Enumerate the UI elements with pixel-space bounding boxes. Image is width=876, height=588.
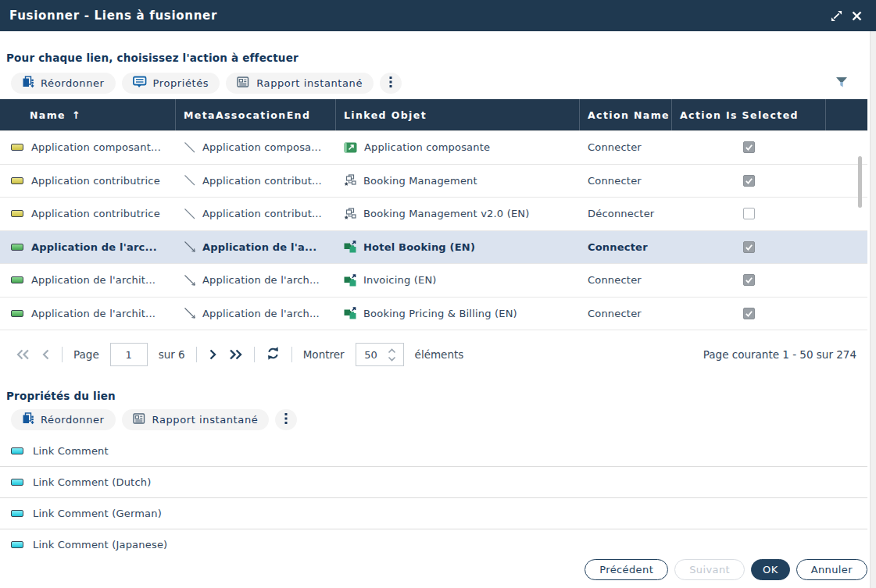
action-selected-checkbox[interactable]	[743, 308, 755, 319]
dialog-scrollbar[interactable]	[870, 31, 876, 588]
table-row[interactable]: Application composant... Application com…	[0, 131, 867, 165]
page-number-input[interactable]	[110, 343, 148, 366]
ok-button[interactable]: OK	[751, 559, 790, 580]
properties-section-heading: Propriétés du lien	[6, 390, 876, 402]
application-system-icon	[344, 208, 356, 220]
application-system-icon	[344, 174, 356, 187]
properties-button[interactable]: Propriétés	[122, 73, 220, 94]
items-label: éléments	[415, 348, 464, 361]
properties-instant-report-button[interactable]: Rapport instantané	[122, 409, 270, 430]
property-name: Link Comment	[33, 445, 109, 457]
pagination-bar: Page sur 6 Montrer	[0, 330, 867, 379]
dialog-footer: Précédent Suivant OK Annuler	[0, 551, 870, 588]
meta-association-end: Application contribut...	[202, 208, 322, 219]
filter-button[interactable]	[835, 77, 848, 91]
table-row[interactable]: Application contributrice Application co…	[0, 198, 867, 231]
previous-page-button	[41, 349, 51, 360]
previous-button[interactable]: Précédent	[585, 559, 668, 580]
linked-object-name: Invoicing (EN)	[363, 274, 437, 286]
application-puzzle-icon	[344, 307, 356, 319]
action-name: Connecter	[588, 175, 642, 187]
sort-asc-icon: ↑	[72, 109, 81, 121]
properties-more-actions-button[interactable]	[275, 409, 297, 430]
property-type-icon	[11, 510, 23, 517]
show-label: Montrer	[303, 348, 345, 361]
link-name: Application contributrice	[31, 175, 160, 187]
links-section-heading: Pour chaque lien, choisissez l'action à …	[6, 52, 876, 64]
column-header-action-is-selected[interactable]: Action Is Selected	[672, 99, 826, 130]
table-row[interactable]: Application de l'arc... Application de l…	[0, 231, 867, 265]
meta-association-end: Application composa...	[202, 141, 321, 153]
column-header-linked-object[interactable]: Linked Objet	[336, 99, 580, 130]
property-list-item[interactable]: Link Comment (Japanese)	[0, 529, 867, 552]
link-name: Application de l'archit...	[31, 274, 156, 286]
page-label: Page	[73, 348, 99, 361]
properties-reorder-button[interactable]: Réordonner	[11, 409, 116, 430]
action-name: Connecter	[588, 241, 648, 253]
column-header-action-name[interactable]: Action Name	[580, 99, 672, 130]
table-row[interactable]: Application de l'archit... Application d…	[0, 298, 867, 331]
filter-icon	[835, 77, 848, 91]
link-properties-list: Link Comment Link Comment (Dutch) Link C…	[0, 436, 876, 552]
instant-report-button[interactable]: Rapport instantané	[226, 73, 374, 94]
next-button: Suivant	[674, 559, 745, 580]
association-arrow-icon	[184, 274, 196, 287]
kebab-icon	[284, 412, 288, 427]
more-actions-button[interactable]	[380, 73, 402, 94]
refresh-icon	[266, 346, 281, 363]
property-list-item[interactable]: Link Comment (German)	[0, 498, 867, 529]
reorder-button[interactable]: Réordonner	[11, 73, 116, 94]
properties-toolbar: Réordonner Rapport instantané	[11, 408, 848, 431]
page-size-stepper[interactable]	[388, 348, 396, 362]
link-type-icon	[11, 177, 23, 184]
table-header-row: Name ↑ MetaAssocationEnd Linked Objet Ac…	[0, 99, 867, 130]
links-toolbar: Réordonner Propriétés	[11, 72, 848, 94]
reorder-icon	[22, 412, 34, 427]
table-row[interactable]: Application de l'archit... Application d…	[0, 264, 867, 298]
column-header-name[interactable]: Name ↑	[0, 99, 176, 130]
meta-association-end: Application contribut...	[202, 175, 322, 187]
refresh-button[interactable]	[266, 346, 281, 363]
links-table: Name ↑ MetaAssocationEnd Linked Objet Ac…	[0, 99, 867, 330]
action-selected-checkbox[interactable]	[743, 141, 755, 153]
table-body: Application composant... Application com…	[0, 130, 867, 330]
dialog-title: Fusionner - Liens à fusionner	[9, 9, 217, 23]
last-page-button[interactable]	[228, 349, 243, 360]
meta-association-end: Application de l'arch...	[202, 274, 320, 286]
report-icon	[237, 76, 250, 91]
action-selected-checkbox[interactable]	[743, 208, 755, 219]
dialog-titlebar: Fusionner - Liens à fusionner	[0, 0, 876, 31]
linked-object-name: Application composante	[364, 141, 490, 153]
table-scrollbar-thumb[interactable]	[858, 156, 862, 208]
column-header-metaassociationend[interactable]: MetaAssocationEnd	[176, 99, 336, 130]
report-icon	[133, 412, 146, 427]
property-name: Link Comment (Dutch)	[33, 476, 151, 488]
action-selected-checkbox[interactable]	[743, 175, 755, 187]
action-name: Déconnecter	[588, 208, 654, 219]
next-page-button[interactable]	[208, 349, 217, 360]
page-range-summary: Page courante 1 - 50 sur 274	[703, 348, 856, 361]
action-selected-checkbox[interactable]	[743, 241, 755, 253]
linked-object-name: Booking Management v2.0 (EN)	[363, 208, 530, 219]
link-name: Application de l'arc...	[31, 241, 157, 253]
close-icon[interactable]	[846, 5, 867, 26]
link-name: Application de l'archit...	[31, 308, 156, 319]
association-line-icon	[184, 141, 196, 154]
cancel-button[interactable]: Annuler	[796, 559, 867, 580]
link-type-icon	[11, 276, 23, 283]
action-selected-checkbox[interactable]	[743, 274, 755, 286]
expand-icon[interactable]	[826, 5, 846, 26]
meta-association-end: Application de l'arch...	[202, 308, 320, 319]
page-size-input[interactable]	[356, 349, 386, 361]
property-list-item[interactable]: Link Comment	[0, 436, 867, 467]
table-row[interactable]: Application contributrice Application co…	[0, 165, 867, 198]
association-arrow-icon	[184, 241, 196, 253]
kebab-icon	[389, 76, 392, 91]
application-puzzle-icon	[344, 274, 356, 287]
page-size-control	[356, 343, 404, 366]
reorder-icon	[22, 76, 34, 91]
column-header-empty	[826, 99, 867, 130]
link-type-icon	[11, 144, 23, 151]
link-type-icon	[11, 310, 23, 317]
property-list-item[interactable]: Link Comment (Dutch)	[0, 467, 867, 498]
